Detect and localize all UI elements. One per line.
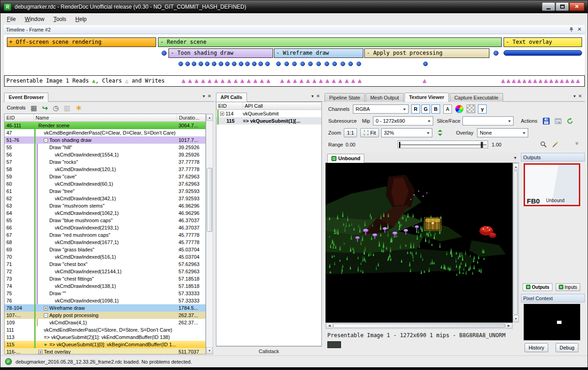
find-event-icon[interactable]: ▦ (31, 104, 37, 111)
timeline-bar-offscreen[interactable]: + Off-screen scene rendering (7, 37, 156, 47)
timeline-event-dot[interactable] (199, 62, 203, 66)
timeline-event-dot[interactable] (178, 62, 183, 66)
resource-usage-marker[interactable]: ▲ (533, 78, 537, 83)
timeline-event-dot[interactable] (258, 62, 263, 66)
timeline-event-dot[interactable] (292, 62, 297, 66)
resource-usage-marker[interactable]: ▲ (182, 78, 185, 83)
panel-close-icon[interactable]: ✕ (578, 94, 582, 99)
resource-usage-marker[interactable]: ▲ (300, 78, 304, 83)
menu-item-file[interactable]: File (2, 14, 20, 25)
event-row-65[interactable]: 65Draw "blue mushroom caps"46.37037 (5, 217, 205, 224)
event-row-113[interactable]: 113=> vkQueueSubmit(2)[1]: vkEndCommandB… (5, 334, 205, 341)
panel-menu-icon[interactable]: ▾ (203, 94, 205, 99)
timeline-event-dot[interactable] (325, 62, 329, 66)
flip-y-button[interactable] (435, 128, 445, 138)
tab-mesh-output[interactable]: Mesh Output (366, 93, 404, 102)
col-eid[interactable]: EID (5, 114, 34, 121)
event-row-58[interactable]: 58vkCmdDrawIndexed(120,1)37.77778 (5, 166, 205, 173)
resource-usage-marker[interactable]: ▲ (313, 78, 316, 83)
channel-a-button[interactable]: A (443, 104, 452, 114)
event-row-47[interactable]: 47vkCmdBeginRenderPass(C=Clear, D=Clear,… (5, 129, 205, 136)
resource-usage-marker[interactable]: ▲ (326, 78, 329, 83)
timeline-bar-postproc[interactable]: - Apply post processing (364, 48, 489, 58)
event-row-116-...[interactable]: 116-...+Text overlay511.7037 (5, 348, 205, 354)
event-row-56[interactable]: 56vkCmdDrawIndexed(1554,1)39.25926 (5, 151, 205, 158)
resource-usage-marker[interactable]: ▲ (319, 78, 323, 83)
event-row-63[interactable]: 63Draw "mushroom stems"46.96296 (5, 202, 205, 209)
tab-capture-executable[interactable]: Capture Executable (450, 93, 503, 102)
scroll-up-icon[interactable]: ▲ (513, 163, 519, 170)
range-wand-button[interactable] (550, 139, 560, 149)
event-row-55[interactable]: 55Draw "hill"39.25926 (5, 144, 205, 151)
texture-hscrollbar[interactable]: ◀ ▶ (326, 323, 513, 329)
scroll-left-icon[interactable]: ◀ (326, 323, 333, 328)
timeline-event-dot[interactable] (205, 62, 210, 66)
timeline-event-dot[interactable] (185, 62, 190, 66)
resource-usage-marker[interactable]: ▲ (293, 78, 297, 83)
menu-item-window[interactable]: Window (20, 14, 49, 25)
scroll-right-icon[interactable]: ▶ (505, 323, 512, 328)
tab-api-calls[interactable]: API Calls (216, 93, 247, 102)
goto-eid-icon[interactable]: ↪ (42, 104, 48, 111)
event-row-115[interactable]: 115►=> vkQueueSubmit(1)[0]: vkBeginComma… (5, 341, 205, 348)
event-row-78-104[interactable]: 78-104+Wireframe draw1784.5... (5, 304, 205, 312)
expand-icon[interactable]: + (38, 350, 42, 354)
texture-tab-unbound[interactable]: Unbound (327, 154, 364, 163)
debug-button[interactable]: Debug (556, 343, 578, 352)
event-row-60[interactable]: 60vkCmdDrawIndexed(60,1)37.62963 (5, 180, 205, 188)
event-row-109[interactable]: 109vkCmdDraw(4,1)262.37... (5, 319, 205, 326)
timeline-event-dot[interactable] (252, 62, 257, 66)
api-row-115[interactable]: 115=> vkQueueSubmit(1)[... (216, 117, 321, 125)
resource-usage-marker[interactable]: ▲ (528, 78, 532, 83)
timeline-event-dot[interactable] (284, 62, 289, 66)
panel-close-icon[interactable]: ✕ (316, 94, 320, 99)
tab-pipeline-state[interactable]: Pipeline State (325, 93, 365, 102)
range-black-point[interactable] (399, 142, 400, 148)
event-row-70[interactable]: 70vkCmdDrawIndexed(516,1)45.03704 (5, 253, 205, 261)
event-row-67[interactable]: 67Draw "red mushroom caps"45.77778 (5, 231, 205, 239)
channel-g-button[interactable]: G (421, 104, 430, 114)
resource-usage-marker[interactable]: ▲ (339, 78, 342, 83)
timeline-event-circle[interactable] (493, 51, 499, 56)
resource-usage-marker[interactable]: ▲ (260, 78, 264, 83)
zoom-1to1-button[interactable]: 1:1 (344, 128, 357, 137)
resource-usage-marker[interactable]: ▲ (507, 78, 510, 83)
tab-outputs[interactable]: Outputs (523, 283, 552, 291)
timeline-event-dot[interactable] (357, 62, 361, 66)
zoom-select[interactable]: 32% (381, 128, 432, 137)
event-row-74[interactable]: 74vkCmdDrawIndexed(138,1)57.18518 (5, 282, 205, 290)
timeline-bar-render-scene[interactable]: - Render scene (158, 37, 502, 47)
event-row-107-...[interactable]: 107-...-Apply post processing262.37... (5, 312, 205, 319)
col-name[interactable]: Name (34, 114, 177, 121)
event-row-62[interactable]: 62vkCmdDrawIndexed(342,1)37.92593 (5, 195, 205, 202)
resource-usage-marker[interactable]: ▲ (544, 78, 548, 83)
menu-item-tools[interactable]: Tools (49, 14, 71, 25)
slice-face-select[interactable] (462, 116, 514, 125)
timeline-event-dot[interactable] (225, 62, 230, 66)
gamma-button[interactable]: γ (478, 104, 487, 114)
expand-icon[interactable]: + (44, 306, 48, 310)
bookmark-icon[interactable]: ∗ (75, 104, 82, 112)
event-row-72[interactable]: 72vkCmdDrawIndexed(12144,1)57.62963 (5, 268, 205, 275)
resource-usage-marker[interactable]: ▲ (215, 78, 218, 83)
callstack-section[interactable]: Callstack (216, 346, 322, 355)
timeline-close-icon[interactable]: ✕ (578, 26, 582, 32)
col-api-call[interactable]: API Call (243, 102, 321, 109)
overlay-select[interactable]: None (477, 128, 528, 137)
checkerboard-icon[interactable] (467, 104, 475, 113)
resource-usage-marker[interactable]: ▲ (227, 78, 231, 83)
resource-usage-marker[interactable]: ▲ (523, 78, 526, 83)
api-row-114[interactable]: +114vkQueueSubmit (216, 110, 321, 117)
fit-button[interactable]: Fit (360, 128, 379, 137)
timeline-event-dot[interactable] (332, 62, 337, 66)
timeline-event-dot[interactable] (300, 62, 305, 66)
resource-usage-marker[interactable]: ▲ (195, 78, 199, 83)
texture-vscrollbar[interactable]: ▲ ▼ (513, 163, 519, 323)
timeline-bar-wireframe[interactable]: - Wireframe draw (274, 48, 363, 58)
event-row-69[interactable]: 69Draw "grass blades"45.03704 (5, 246, 205, 253)
timeline-bar-toon[interactable]: - Toon shading draw (168, 48, 273, 58)
resource-usage-marker[interactable]: ▲ (539, 78, 542, 83)
resource-usage-marker[interactable]: ▲ (287, 78, 290, 83)
resource-usage-marker[interactable]: ▲ (208, 78, 211, 83)
texture-display[interactable] (326, 163, 513, 323)
